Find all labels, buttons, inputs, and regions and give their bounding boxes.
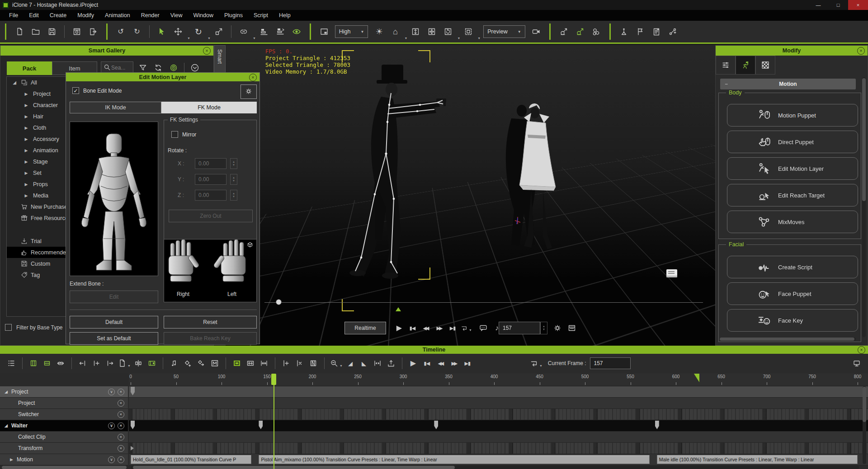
track-chevron-icon[interactable]: ∨ [108,456,115,463]
range-select-icon[interactable] [40,356,54,370]
move-tool-icon[interactable] [170,23,186,40]
insert-frame-icon[interactable] [90,356,103,370]
clip-pin[interactable] [131,387,135,395]
actor-proportion-icon[interactable] [616,23,632,40]
caret-icon[interactable]: ▼ [340,364,343,370]
motion-puppet-button[interactable]: Motion Puppet [727,104,858,127]
music-track-icon[interactable] [167,356,181,370]
frame-spinner[interactable]: ▲▼ [540,322,547,334]
set-as-default-button[interactable]: Set as Default [70,332,158,345]
speed-in-icon[interactable]: ◢ [344,356,357,370]
minimize-button[interactable]: — [808,0,828,10]
collect-clip-icon[interactable] [27,356,40,370]
face-puppet-button[interactable]: Face Puppet [727,282,858,305]
go-end-icon[interactable]: ▶▮ [447,322,458,334]
timeline-hscrollbar[interactable] [131,466,859,469]
3d-viewport[interactable]: FPS : 0.Project Triangle : 412353Selecte… [226,45,715,346]
camera-home-icon[interactable]: ⌂ [387,23,403,40]
script-clipboard-icon[interactable] [648,23,665,40]
render-settings-icon[interactable] [552,322,563,334]
playhead-handle[interactable] [271,374,276,385]
track-expand-icon[interactable]: ◢ [5,423,8,428]
dropdown-caret-icon[interactable]: ▼ [208,37,211,42]
track-lane-project[interactable] [129,386,868,398]
tree-collapsed-icon[interactable]: ▶ [23,182,29,187]
menu-render[interactable]: Render [136,11,165,20]
tree-collapsed-icon[interactable]: ▶ [23,92,29,96]
tree-collapsed-icon[interactable]: ▶ [23,148,29,153]
redo-icon[interactable]: ↻ [129,23,145,40]
fast-forward-icon[interactable]: ▶▶ [433,322,445,334]
caret-icon[interactable]: ▼ [539,364,542,370]
keyframe-pin[interactable] [434,421,438,429]
add-key-icon[interactable] [181,356,194,370]
new-page-icon[interactable]: ▼ [117,356,132,370]
keyframe-pin[interactable] [259,421,263,429]
rewind-icon[interactable]: ◀◀ [420,322,431,334]
tree-collapsed-icon[interactable]: ▶ [23,103,29,108]
zero-out-button[interactable]: Zero Out [169,210,253,222]
new-project-icon[interactable] [11,23,28,40]
dropdown-caret-icon[interactable]: ▼ [187,37,190,42]
mixmoves-button[interactable]: MixMoves [727,211,858,233]
timeline-vscrollbar[interactable] [863,386,866,464]
rotate-z-input[interactable]: 0.00 [195,190,226,201]
dialog-settings-button[interactable] [241,84,257,99]
save-project-icon[interactable] [44,23,60,40]
menu-animation[interactable]: Animation [99,11,136,20]
tree-collapsed-icon[interactable]: ▶ [23,193,29,198]
track-remove-icon[interactable] [293,356,307,370]
screen-cast-icon[interactable] [850,356,863,370]
dropdown-caret-icon[interactable]: ▼ [253,37,256,42]
ambient-light-icon[interactable]: ☀ [371,23,387,40]
smart-gallery-header[interactable]: Smart Gallery × [0,46,213,56]
track-collect-clip[interactable]: Collect Clip× [0,431,128,443]
scale-tool-icon[interactable] [211,23,227,40]
snap-tool-icon[interactable] [272,23,288,40]
tab-pack[interactable]: Pack [7,61,52,75]
tree-expanded-icon[interactable]: ◢ [11,80,18,85]
go-end-icon[interactable]: ▶▮ [461,356,474,370]
menu-create[interactable]: Create [44,11,72,20]
menu-plugins[interactable]: Plugins [219,11,248,20]
rotate-tool-icon[interactable]: ↻ [190,23,207,40]
keyframe-pin[interactable] [655,421,659,429]
timeline-frames-area[interactable]: 0501001502002503003504004505005506006507… [129,373,868,469]
extend-bone-edit-button[interactable]: Edit [70,291,158,303]
hand-bone-selector[interactable]: Right Left [164,239,257,302]
mirror-row[interactable]: Mirror [171,131,196,138]
track-solo-icon[interactable] [307,356,320,370]
open-project-icon[interactable] [28,23,44,40]
smart-gallery-close-icon[interactable]: × [203,47,211,55]
track-transform[interactable]: Transform× [0,443,128,454]
dropdown-caret-icon[interactable]: ▼ [457,37,460,42]
mixmoves-track-icon[interactable] [208,356,222,370]
bake-reach-key-button[interactable]: Bake Reach Key [164,332,257,345]
dialog-header[interactable]: Edit Motion Layer × [66,73,259,81]
tree-collapsed-icon[interactable]: ▶ [23,171,29,175]
modify-tab-modify-sliders[interactable] [716,56,736,75]
menu-file[interactable]: File [4,11,24,20]
fk-mode-tab[interactable]: FK Mode [161,102,257,113]
pivot-edit-icon[interactable] [556,23,572,40]
preview-dropdown[interactable]: Preview▼ [483,25,525,38]
pivot-look-icon[interactable] [572,23,588,40]
track-close-icon[interactable]: × [118,445,124,452]
menu-modify[interactable]: Modify [72,11,99,20]
track-add-icon[interactable] [279,356,293,370]
reset-button[interactable]: Reset [164,316,257,328]
move-prev-icon[interactable] [76,356,90,370]
rotate-y-input[interactable]: 0.00 [195,174,226,185]
speed-out-icon[interactable]: ◣ [357,356,371,370]
link-tool-icon[interactable] [236,23,252,40]
track-lane-switcher[interactable] [129,409,868,420]
spinner-arrows[interactable]: ▲▼ [230,190,237,201]
track-project[interactable]: Project× [0,398,128,409]
speech-bubble-icon[interactable] [477,322,489,334]
modify-tab-actor-motion[interactable] [736,56,755,75]
ik-mode-tab[interactable]: IK Mode [70,102,161,113]
timeline-header[interactable]: Timeline × [0,346,868,354]
bone-edit-checkbox[interactable]: ✓ [72,87,79,94]
menu-window[interactable]: Window [188,11,219,20]
timeline-ruler[interactable]: 0501001502002503003504004505005506006507… [129,373,868,386]
